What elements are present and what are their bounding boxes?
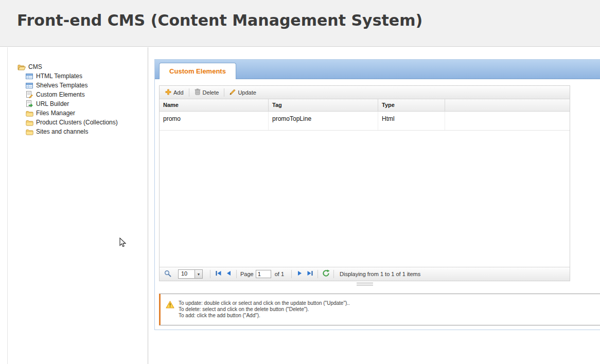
toolbar-separator: [189, 88, 189, 97]
tree-node-files-manager[interactable]: Files Manager: [8, 108, 148, 118]
tree-node-label: Custom Elements: [36, 91, 85, 98]
column-header-type[interactable]: Type: [378, 99, 445, 111]
first-page-button[interactable]: [213, 269, 223, 279]
table-row[interactable]: promo promoTopLine Html: [160, 112, 570, 131]
templates-icon: [25, 82, 33, 89]
url-page-icon: [25, 100, 33, 107]
add-button-label: Add: [173, 89, 184, 96]
page-size-value: 10: [179, 270, 195, 278]
info-line-update: To update: double click or select and cl…: [179, 300, 350, 306]
info-line-delete: To delete: select and click on the delet…: [179, 306, 350, 313]
cell-type: Html: [378, 112, 445, 130]
delete-button-label: Delete: [203, 89, 219, 96]
pencil-icon: [230, 89, 236, 96]
next-page-icon: [296, 270, 303, 278]
column-header-tag[interactable]: Tag: [269, 99, 378, 111]
mouse-cursor: [119, 238, 127, 250]
tree-node-label: HTML Templates: [36, 72, 82, 80]
tree-node-label: Product Clusters (Collections): [36, 119, 118, 126]
paging-separator: [210, 270, 210, 278]
tree-node-custom-elements[interactable]: Custom Elements: [8, 90, 148, 99]
cell-tag: promoTopLine: [269, 112, 378, 130]
first-page-icon: [215, 270, 222, 278]
tree-node-cms[interactable]: CMS: [8, 62, 148, 71]
folder-icon: [25, 110, 33, 117]
edit-page-icon: [25, 91, 33, 98]
page-size-combo[interactable]: 10 ▼: [178, 269, 203, 279]
info-box: To update: double click or select and cl…: [159, 294, 600, 325]
tree-node-label: URL Builder: [36, 100, 69, 107]
table-body: promo promoTopLine Html: [160, 112, 570, 267]
folder-icon: [25, 128, 33, 135]
paging-separator: [291, 270, 292, 278]
refresh-button[interactable]: [321, 269, 331, 279]
page-label: Page: [240, 271, 254, 277]
paging-separator: [333, 270, 334, 278]
page-number-input[interactable]: [256, 270, 271, 278]
prev-page-button[interactable]: [223, 269, 234, 279]
folder-icon: [25, 119, 33, 126]
templates-icon: [25, 72, 33, 80]
tree-node-label: Shelves Templates: [36, 82, 88, 89]
grid-toolbar: Add Delete Update: [160, 86, 570, 99]
add-icon: [165, 89, 171, 96]
prev-page-icon: [225, 270, 232, 278]
update-button-label: Update: [238, 89, 256, 96]
info-text: To update: double click or select and cl…: [179, 300, 350, 319]
info-line-add: To add: click the add button ("Add").: [179, 313, 350, 319]
custom-elements-grid: Add Delete Update Name Tag Type: [159, 85, 570, 281]
panel-header-bar: Custom Elements: [155, 60, 600, 79]
last-page-button[interactable]: [305, 269, 315, 279]
tab-custom-elements[interactable]: Custom Elements: [159, 63, 236, 79]
paging-separator: [236, 270, 237, 278]
tree-node-html-templates[interactable]: HTML Templates: [8, 71, 148, 81]
delete-button[interactable]: Delete: [191, 86, 223, 98]
paging-toolbar: 10 ▼ Page of 1: [160, 267, 570, 281]
cell-empty: [445, 112, 570, 130]
page-title: Front-end CMS (Content Management System…: [17, 11, 422, 29]
sidebar-tree: CMS HTML Templates Shelves Templates Cus…: [7, 47, 148, 364]
folder-open-icon: [17, 63, 26, 70]
last-page-icon: [307, 270, 313, 278]
tree-node-label: Files Manager: [36, 110, 75, 117]
toolbar-separator: [224, 88, 224, 97]
tree-node-label: CMS: [28, 63, 42, 70]
paging-separator: [317, 270, 318, 278]
add-button[interactable]: Add: [162, 87, 187, 98]
grip-lines-icon: [357, 283, 373, 285]
paging-status: Displaying from 1 to 1 of 1 items: [340, 271, 420, 277]
tree-node-label: Sites and channels: [36, 128, 88, 135]
cell-name: promo: [160, 112, 269, 130]
search-icon: [164, 270, 171, 279]
column-header-empty: [445, 99, 570, 111]
page-of-label: of 1: [275, 271, 284, 277]
next-page-button[interactable]: [294, 269, 305, 279]
tree-node-product-clusters[interactable]: Product Clusters (Collections): [8, 118, 148, 127]
update-button[interactable]: Update: [226, 87, 259, 98]
grid-resize-handle[interactable]: [159, 282, 570, 286]
refresh-icon: [322, 269, 330, 279]
tab-label: Custom Elements: [169, 67, 226, 75]
warning-icon: [166, 301, 174, 311]
cms-tree: CMS HTML Templates Shelves Templates Cus…: [8, 47, 148, 136]
tree-node-sites-and-channels[interactable]: Sites and channels: [8, 127, 148, 136]
table-header-row: Name Tag Type: [160, 99, 570, 112]
trash-icon: [195, 88, 201, 96]
chevron-down-icon: ▼: [195, 270, 202, 278]
main-panel: Custom Elements Add Delete: [154, 59, 600, 330]
column-header-name[interactable]: Name: [160, 99, 269, 111]
tree-node-shelves-templates[interactable]: Shelves Templates: [8, 81, 148, 90]
search-button[interactable]: [163, 269, 173, 279]
page-header: Front-end CMS (Content Management System…: [0, 0, 600, 47]
tree-node-url-builder[interactable]: URL Builder: [8, 99, 148, 108]
